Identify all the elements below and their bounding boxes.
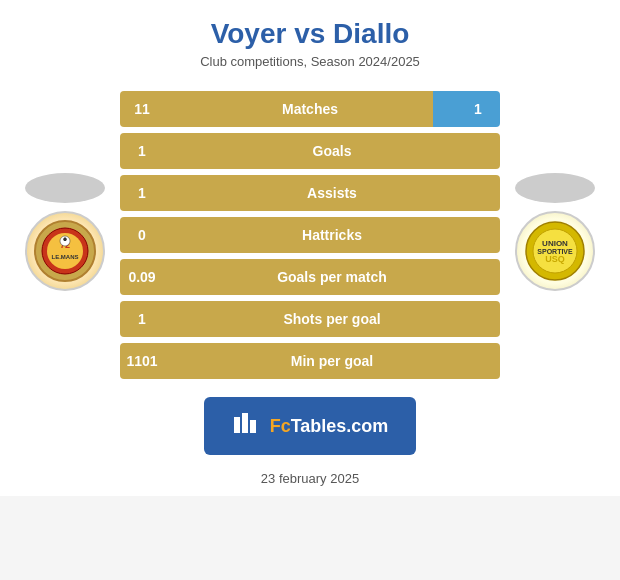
stat-label-assists: Assists — [164, 175, 500, 211]
stat-label-shots-per-goal: Shots per goal — [164, 301, 500, 337]
svg-text:UNION: UNION — [542, 239, 568, 248]
svg-text:LE.MANS: LE.MANS — [52, 254, 79, 260]
team-right-logo-area: UNION SPORTIVE USQ — [500, 173, 610, 297]
date-footer: 23 february 2025 — [261, 471, 359, 486]
stat-left-goals: 1 — [120, 133, 164, 169]
fctables-text: FcTables.com — [270, 416, 389, 437]
stat-row-matches: 11 Matches 1 — [120, 91, 500, 127]
team-left-logo-area: 72 LE.MANS — [10, 173, 120, 297]
stat-label-goals-per-match: Goals per match — [164, 259, 500, 295]
stat-label-min-per-goal: Min per goal — [164, 343, 500, 379]
stats-section: 11 Matches 1 1 Goals 1 Assists 0 Hattric… — [120, 91, 500, 379]
stat-label-goals: Goals — [164, 133, 500, 169]
stat-left-shots-per-goal: 1 — [120, 301, 164, 337]
team-right-logo: UNION SPORTIVE USQ — [515, 211, 595, 291]
stat-left-matches: 11 — [120, 91, 164, 127]
fctables-tables: Tables.com — [291, 416, 389, 436]
stat-label-hattricks: Hattricks — [164, 217, 500, 253]
svg-rect-11 — [242, 413, 248, 433]
svg-rect-10 — [234, 417, 240, 433]
stat-left-hattricks: 0 — [120, 217, 164, 253]
oval-right — [515, 173, 595, 203]
stat-row-goals: 1 Goals — [120, 133, 500, 169]
stat-left-assists: 1 — [120, 175, 164, 211]
stat-row-shots-per-goal: 1 Shots per goal — [120, 301, 500, 337]
fctables-fc: Fc — [270, 416, 291, 436]
stat-row-goals-per-match: 0.09 Goals per match — [120, 259, 500, 295]
oval-left — [25, 173, 105, 203]
stat-row-assists: 1 Assists — [120, 175, 500, 211]
fctables-icon — [232, 409, 260, 443]
stat-right-matches: 1 — [456, 91, 500, 127]
stat-label-matches: Matches — [164, 91, 456, 127]
svg-text:USQ: USQ — [545, 254, 565, 264]
main-content: 72 LE.MANS 11 Matches 1 1 Goals — [0, 91, 620, 379]
stat-row-min-per-goal: 1101 Min per goal — [120, 343, 500, 379]
svg-rect-12 — [250, 420, 256, 433]
stat-left-min-per-goal: 1101 — [120, 343, 164, 379]
fctables-banner[interactable]: FcTables.com — [204, 397, 417, 455]
stat-left-goals-per-match: 0.09 — [120, 259, 164, 295]
page-wrapper: Voyer vs Diallo Club competitions, Seaso… — [0, 0, 620, 496]
stat-row-hattricks: 0 Hattricks — [120, 217, 500, 253]
page-title: Voyer vs Diallo — [211, 18, 410, 50]
team-left-logo: 72 LE.MANS — [25, 211, 105, 291]
page-subtitle: Club competitions, Season 2024/2025 — [200, 54, 420, 69]
